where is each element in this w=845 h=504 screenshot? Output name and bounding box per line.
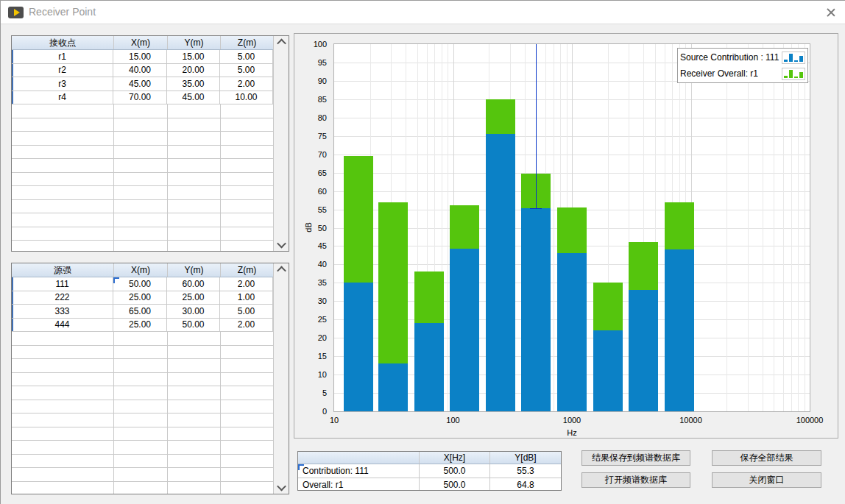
table-row[interactable]: r240.0020.005.00 xyxy=(12,64,273,78)
gridline xyxy=(748,44,749,411)
cell xyxy=(114,468,168,481)
table-row-empty[interactable] xyxy=(12,400,273,414)
cursor-readout-table[interactable]: X[Hz]Y[dB]Contribution: 111500.055.3Over… xyxy=(297,451,562,491)
table-row-empty[interactable] xyxy=(12,146,273,160)
scroll-up-arrow-icon[interactable] xyxy=(274,36,289,49)
column-header[interactable] xyxy=(298,452,420,464)
legend-entry-contribution[interactable]: Source Contribution : 111 xyxy=(680,50,805,65)
cursor-line[interactable] xyxy=(536,44,537,208)
cell xyxy=(168,104,221,118)
cell: 2.00 xyxy=(220,277,273,291)
column-header[interactable]: Y(m) xyxy=(168,36,221,49)
receiver-points-table[interactable]: 接收点X(m)Y(m)Z(m)r115.0015.005.00r240.0020… xyxy=(11,35,289,252)
table-row-empty[interactable] xyxy=(12,373,273,387)
column-header[interactable]: 接收点 xyxy=(12,36,114,49)
table-grid[interactable]: 源强X(m)Y(m)Z(m)11150.0060.002.0022225.002… xyxy=(12,263,273,494)
bar-contribution xyxy=(344,283,373,411)
table-row-empty[interactable] xyxy=(12,132,273,146)
table-row-empty[interactable] xyxy=(12,359,273,373)
table-row[interactable]: 44425.0050.002.00 xyxy=(12,319,273,333)
table-row-empty[interactable] xyxy=(12,186,273,200)
cell xyxy=(221,146,273,159)
cell xyxy=(221,173,273,186)
bar-contribution xyxy=(378,363,408,411)
sources-table[interactable]: 源强X(m)Y(m)Z(m)11150.0060.002.0022225.002… xyxy=(11,263,289,494)
cell: 15.00 xyxy=(113,50,167,63)
table-row-empty[interactable] xyxy=(12,346,273,360)
table-row-empty[interactable] xyxy=(12,118,273,132)
close-icon[interactable] xyxy=(825,7,837,18)
bar-plot-style-icon[interactable] xyxy=(782,68,805,80)
close-window-button[interactable]: 关闭窗口 xyxy=(712,472,821,488)
table-row-empty[interactable] xyxy=(12,241,273,251)
legend-bar-glyph xyxy=(799,56,803,62)
table-row-empty[interactable] xyxy=(12,200,273,214)
cell xyxy=(12,159,114,172)
save-all-results-button[interactable]: 保存全部结果 xyxy=(712,450,821,466)
legend-bar-glyph xyxy=(789,70,793,78)
table-row[interactable]: Contribution: 111500.055.3 xyxy=(298,464,561,478)
table-row-empty[interactable] xyxy=(12,441,273,455)
table-row-empty[interactable] xyxy=(12,427,273,441)
cell xyxy=(12,359,114,372)
table-row[interactable]: 22225.0025.001.00 xyxy=(12,291,273,305)
table-row-empty[interactable] xyxy=(12,482,273,494)
vertical-scrollbar[interactable] xyxy=(273,263,289,494)
vertical-scrollbar[interactable] xyxy=(273,36,289,251)
bar-plot-style-icon[interactable] xyxy=(782,52,805,64)
legend-entry-overall[interactable]: Receiver Overall: r1 xyxy=(680,66,805,81)
cell xyxy=(221,186,273,199)
scroll-down-arrow-icon[interactable] xyxy=(274,238,289,251)
column-header[interactable]: Z(m) xyxy=(221,36,273,49)
table-row[interactable]: 11150.0060.002.00 xyxy=(12,277,273,291)
table-row[interactable]: r115.0015.005.00 xyxy=(12,50,273,64)
column-header[interactable]: X(m) xyxy=(114,36,168,49)
cell: 500.0 xyxy=(420,464,490,478)
cell xyxy=(114,118,168,132)
column-header[interactable]: X[Hz] xyxy=(420,452,490,464)
cell: r2 xyxy=(12,64,113,77)
cell: 10.00 xyxy=(220,91,273,104)
column-header[interactable]: Z(m) xyxy=(221,263,273,277)
column-header[interactable]: Y(m) xyxy=(168,263,221,277)
cell: 50.00 xyxy=(113,277,167,291)
table-row-empty[interactable] xyxy=(12,455,273,469)
gridline xyxy=(805,44,805,411)
cell: 60.00 xyxy=(167,277,220,291)
spectrum-chart-panel: dB 0510152025303540455055606570758085909… xyxy=(294,33,838,439)
table-grid[interactable]: 接收点X(m)Y(m)Z(m)r115.0015.005.00r240.0020… xyxy=(12,36,273,251)
table-row-empty[interactable] xyxy=(12,173,273,187)
y-tick-label: 55 xyxy=(294,205,327,215)
table-row[interactable]: r345.0035.002.00 xyxy=(12,77,273,91)
column-header[interactable]: 源强 xyxy=(12,263,114,277)
table-row-empty[interactable] xyxy=(12,227,273,241)
y-tick-label: 60 xyxy=(294,186,327,196)
cell xyxy=(168,346,221,359)
table-grid[interactable]: X[Hz]Y[dB]Contribution: 111500.055.3Over… xyxy=(298,452,561,490)
table-row-empty[interactable] xyxy=(12,414,273,427)
legend-bar-glyph xyxy=(784,76,788,78)
scroll-down-arrow-icon[interactable] xyxy=(274,481,289,494)
bar-contribution xyxy=(629,290,658,411)
plot-area[interactable] xyxy=(333,43,810,412)
cell xyxy=(12,373,114,386)
column-header[interactable]: X(m) xyxy=(114,263,168,277)
table-row-empty[interactable] xyxy=(12,213,273,227)
column-header[interactable]: Y[dB] xyxy=(490,452,561,464)
table-row-empty[interactable] xyxy=(12,159,273,173)
table-row-empty[interactable] xyxy=(12,104,273,118)
table-row-empty[interactable] xyxy=(12,386,273,400)
table-row[interactable]: r470.0045.0010.00 xyxy=(12,91,273,105)
scroll-up-arrow-icon[interactable] xyxy=(274,263,289,276)
y-tick-label: 20 xyxy=(294,333,327,343)
table-row[interactable]: Overall: r1500.064.8 xyxy=(298,478,561,490)
window-content: 接收点X(m)Y(m)Z(m)r115.0015.005.00r240.0020… xyxy=(1,24,845,504)
cursor-crosshair[interactable] xyxy=(530,208,542,209)
table-row-empty[interactable] xyxy=(12,332,273,346)
table-row[interactable]: 33365.0030.005.00 xyxy=(12,305,273,319)
table-row-empty[interactable] xyxy=(12,468,273,482)
open-spectrum-db-button[interactable]: 打开频谱数据库 xyxy=(581,472,690,488)
save-results-to-spectrum-db-button[interactable]: 结果保存到频谱数据库 xyxy=(581,450,690,466)
cell xyxy=(221,346,273,359)
cell xyxy=(168,414,221,427)
